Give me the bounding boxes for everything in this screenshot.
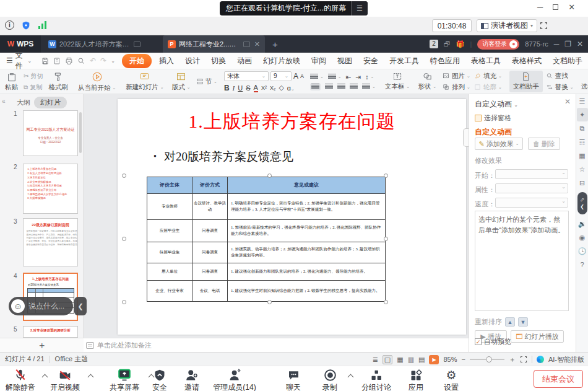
auto-preview-checkbox[interactable]: ✓ 自动预览 xyxy=(475,337,511,346)
justify-icon[interactable] xyxy=(350,84,358,90)
selection-pane-link[interactable]: 选择窗格 xyxy=(475,113,511,123)
print-icon[interactable] xyxy=(65,57,73,65)
align-left-icon[interactable] xyxy=(310,83,321,90)
bold-button[interactable]: B xyxy=(224,84,230,92)
undo-icon[interactable]: ↶ xyxy=(90,56,96,65)
new-slide-button[interactable]: 新建幻灯片⌄ xyxy=(123,72,166,92)
doc-assistant-button[interactable]: 文档助手 xyxy=(509,71,543,92)
security-button[interactable]: 安全 xyxy=(146,368,173,391)
clear-format-icon[interactable]: ◇ xyxy=(279,84,283,92)
thumbnail-slide-1[interactable]: 网工专业2022版人才方案论证 专业负责人：付立东 日期：2022/2/22 xyxy=(23,110,78,156)
bullet-list-icon[interactable]: ⌄ xyxy=(310,74,324,80)
save-icon[interactable] xyxy=(41,57,49,65)
selection-handle[interactable] xyxy=(267,174,272,178)
menu-table-tools[interactable]: 表格工具 xyxy=(465,54,506,68)
emoji-icon[interactable]: ☺ xyxy=(11,299,25,313)
video-options-caret[interactable] xyxy=(88,374,93,379)
close-panel-icon[interactable]: ✕ xyxy=(564,97,571,106)
slideshow-play-icon[interactable]: ▶ xyxy=(429,355,439,364)
selection-handle[interactable] xyxy=(384,237,388,241)
menu-home[interactable]: 开始 xyxy=(122,54,152,68)
menu-security[interactable]: 安全 xyxy=(358,54,384,68)
strip-help-icon[interactable]: ? xyxy=(577,258,588,271)
font-size-select[interactable]: 9⌄ xyxy=(270,71,292,81)
strip-copy-icon[interactable]: ⧉ xyxy=(577,121,588,135)
share-screen-button[interactable]: 共享屏幕 xyxy=(104,368,145,391)
decrease-font-icon[interactable]: A xyxy=(300,71,304,81)
doc-tab-presentation-active[interactable]: P 网络工程专业2...人才培养方案终 ✕ xyxy=(163,35,265,53)
fit-screen-icon[interactable] xyxy=(520,356,527,363)
tab-outline[interactable]: 大纲 xyxy=(17,98,30,107)
notes-view-icon[interactable]: ▤ xyxy=(418,356,425,364)
banner-menu-icon[interactable]: ☰ xyxy=(351,1,368,15)
tab-slides[interactable]: 幻灯片 xyxy=(34,97,67,108)
network-signal-icon[interactable] xyxy=(38,20,46,29)
meeting-info-icon[interactable]: i xyxy=(5,20,14,30)
start-select[interactable] xyxy=(495,169,568,179)
copy-button[interactable]: ⧉ 复制 xyxy=(24,83,43,92)
guest-login-button[interactable]: 访客登录 ● xyxy=(477,39,519,50)
zoom-out-icon[interactable]: − xyxy=(462,356,465,363)
menu-animation[interactable]: 动画 xyxy=(231,54,257,68)
outline-button[interactable]: 轮廓⌄ xyxy=(473,83,502,92)
doc-tab-writer[interactable]: W 2022版人才培养方案最终版 xyxy=(43,35,145,53)
strip-share-dock[interactable]: ⬀ ❮ xyxy=(577,192,587,214)
redo-icon[interactable]: ↷ xyxy=(100,56,106,65)
strip-favorite-icon[interactable]: ☆ xyxy=(577,162,588,176)
menu-doc-assistant[interactable]: 文档助手 xyxy=(547,54,588,68)
strip-settings-icon[interactable]: ☶ xyxy=(577,135,588,149)
animation-list-area[interactable]: 选中幻灯片的某个元素，然后单击“添加效果”添加动画。 xyxy=(475,211,569,311)
text-effects-icon[interactable]: ɑ⌄ xyxy=(287,84,295,92)
manage-members-button[interactable]: 管理成员(14) xyxy=(208,368,261,391)
add-slide-button[interactable]: ＋ xyxy=(37,340,46,351)
strip-animation-icon[interactable]: ✦ xyxy=(577,108,588,121)
file-menu[interactable]: ☰ 文件 ⌄ xyxy=(0,50,37,71)
ai-smart-layout[interactable]: AI-智能排版 xyxy=(548,355,584,364)
strip-history-icon[interactable]: 🕓 xyxy=(577,244,588,258)
close-tab-icon[interactable]: ✕ xyxy=(254,40,260,48)
presenter-view-button[interactable]: 演讲者视图 ▾ xyxy=(477,19,537,32)
minimize-icon[interactable]: ─ xyxy=(554,40,560,48)
record-button[interactable]: 录制 xyxy=(316,368,344,391)
current-slide[interactable]: 1.上版培养方案存在问题 对20版培养方案反馈意见 评价主体 评价方式 意见或建… xyxy=(118,99,466,335)
superscript-button[interactable]: X² xyxy=(261,85,267,91)
move-down-icon[interactable]: ▼ xyxy=(518,317,528,327)
slide-title[interactable]: 1.上版培养方案存在问题 xyxy=(118,109,466,134)
maximize-icon[interactable] xyxy=(553,4,558,10)
section-button[interactable]: 节⌄ xyxy=(196,77,217,86)
decrease-indent-icon[interactable]: ⇤ xyxy=(346,73,352,81)
property-select[interactable] xyxy=(495,183,568,193)
print-preview-icon[interactable] xyxy=(77,57,85,65)
strip-menu-icon[interactable]: ☰ xyxy=(577,94,588,108)
cut-button[interactable]: ✂ 剪切 xyxy=(24,72,43,81)
menu-devtools[interactable]: 开发工具 xyxy=(384,54,425,68)
chat-button[interactable]: 聊天 xyxy=(280,368,307,391)
textbox-button[interactable]: 文本框⌄ xyxy=(383,72,412,91)
underline-button[interactable]: U xyxy=(238,84,243,92)
zoom-in-icon[interactable]: ＋ xyxy=(509,355,516,364)
end-meeting-button[interactable]: 结束会议 xyxy=(534,370,583,388)
subscript-button[interactable]: X₂ xyxy=(270,85,276,91)
paste-button[interactable]: 粘贴 xyxy=(2,72,20,92)
increase-indent-icon[interactable]: ⇥ xyxy=(355,73,361,81)
chat-input[interactable] xyxy=(28,302,67,310)
strip-record-icon[interactable]: ◉ xyxy=(577,231,588,244)
thumbnail-slide-2[interactable]: 1.上版培养方案存在问题2.专业人才培养定位研究分析 3.培养目标定位4.毕业要… xyxy=(23,164,78,214)
new-tab-button[interactable]: + xyxy=(272,39,278,50)
thumbnail-scrollbar[interactable] xyxy=(79,112,82,153)
menu-insert[interactable]: 插入 xyxy=(153,54,179,68)
menu-review[interactable]: 审阅 xyxy=(306,54,332,68)
selection-handle[interactable] xyxy=(267,300,272,304)
speed-select[interactable] xyxy=(495,198,568,208)
gift-icon[interactable]: 🎁 xyxy=(456,40,465,48)
strip-layout-icon[interactable]: ⊟ xyxy=(577,176,588,190)
close-icon[interactable]: ✕ xyxy=(577,40,583,48)
chat-collapse-button[interactable]: ❮ xyxy=(74,297,87,315)
selection-handle[interactable] xyxy=(122,237,126,241)
selection-handle[interactable] xyxy=(122,300,126,304)
format-painter-button[interactable]: 格式刷 xyxy=(46,72,71,92)
theme-name[interactable]: Office 主题 xyxy=(55,354,89,364)
align-center-icon[interactable] xyxy=(325,84,333,90)
notes-toggle-icon[interactable]: ≣ xyxy=(373,356,378,364)
font-color-button[interactable]: A xyxy=(254,84,258,92)
